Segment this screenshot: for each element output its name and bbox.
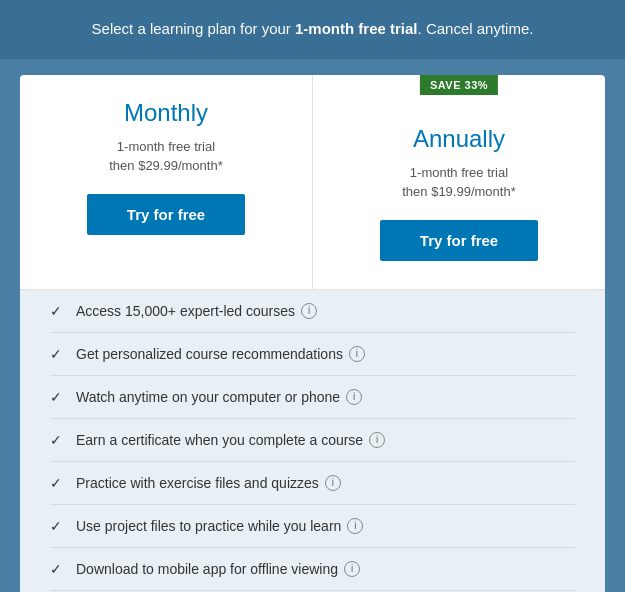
plan-annually-title: Annually: [333, 125, 585, 153]
main-card: Monthly 1-month free trial then $29.99/m…: [20, 75, 605, 593]
check-icon: ✓: [50, 432, 62, 448]
plan-monthly-trial: 1-month free trial then $29.99/month*: [40, 137, 292, 176]
check-icon: ✓: [50, 346, 62, 362]
info-icon[interactable]: i: [301, 303, 317, 319]
save-badge: SAVE 33%: [420, 75, 498, 95]
plans-container: Monthly 1-month free trial then $29.99/m…: [20, 75, 605, 290]
check-icon: ✓: [50, 518, 62, 534]
feature-item: ✓ Watch anytime on your computer or phon…: [50, 376, 575, 419]
feature-text: Get personalized course recommendations …: [76, 346, 365, 362]
plan-monthly: Monthly 1-month free trial then $29.99/m…: [20, 75, 313, 289]
info-icon[interactable]: i: [349, 346, 365, 362]
info-icon[interactable]: i: [369, 432, 385, 448]
feature-item: ✓ Earn a certificate when you complete a…: [50, 419, 575, 462]
plan-annually-trial: 1-month free trial then $19.99/month*: [333, 163, 585, 202]
feature-item: ✓ Use project files to practice while yo…: [50, 505, 575, 548]
check-icon: ✓: [50, 561, 62, 577]
feature-text: Watch anytime on your computer or phone …: [76, 389, 362, 405]
info-icon[interactable]: i: [344, 561, 360, 577]
header-bold: 1-month free trial: [295, 20, 418, 37]
feature-item: ✓ Get personalized course recommendation…: [50, 333, 575, 376]
info-icon[interactable]: i: [346, 389, 362, 405]
info-icon[interactable]: i: [347, 518, 363, 534]
feature-text: Download to mobile app for offline viewi…: [76, 561, 360, 577]
annually-try-button[interactable]: Try for free: [380, 220, 538, 261]
feature-text: Use project files to practice while you …: [76, 518, 363, 534]
check-icon: ✓: [50, 303, 62, 319]
features-list: ✓ Access 15,000+ expert-led courses i ✓ …: [20, 290, 605, 593]
plan-annually: SAVE 33% Annually 1-month free trial the…: [313, 75, 605, 289]
feature-item: ✓ Access 15,000+ expert-led courses i: [50, 290, 575, 333]
feature-item: ✓ Download to mobile app for offline vie…: [50, 548, 575, 591]
feature-text: Access 15,000+ expert-led courses i: [76, 303, 317, 319]
check-icon: ✓: [50, 389, 62, 405]
feature-text: Earn a certificate when you complete a c…: [76, 432, 385, 448]
plan-monthly-title: Monthly: [40, 99, 292, 127]
feature-item: ✓ Practice with exercise files and quizz…: [50, 462, 575, 505]
check-icon: ✓: [50, 475, 62, 491]
info-icon[interactable]: i: [325, 475, 341, 491]
monthly-try-button[interactable]: Try for free: [87, 194, 245, 235]
header-text: Select a learning plan for your 1-month …: [92, 20, 534, 37]
header: Select a learning plan for your 1-month …: [0, 0, 625, 59]
feature-text: Practice with exercise files and quizzes…: [76, 475, 341, 491]
